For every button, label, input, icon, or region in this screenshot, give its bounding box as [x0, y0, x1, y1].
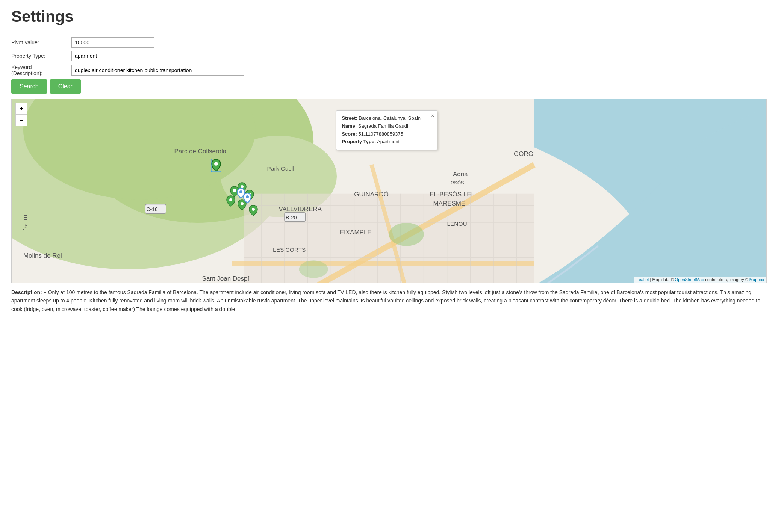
svg-point-34	[299, 260, 328, 278]
popup-street-label: Street:	[342, 115, 357, 121]
blue-marker-2[interactable]	[243, 192, 252, 204]
svg-text:Sant Joan Despí: Sant Joan Despí	[202, 275, 250, 282]
svg-point-80	[229, 198, 232, 201]
divider	[11, 30, 767, 30]
osm-link[interactable]: OpenStreetMap	[675, 277, 704, 282]
svg-text:MARESME: MARESME	[433, 200, 465, 207]
clear-button[interactable]: Clear	[50, 79, 81, 94]
popup-close-button[interactable]: ×	[431, 113, 434, 119]
popup-street-row: Street: Barcelona, Catalunya, Spain	[342, 115, 432, 122]
popup-name-row: Name: Sagrada Familia Gaudi	[342, 122, 432, 130]
page-title: Settings	[11, 8, 767, 26]
svg-text:LENOU: LENOU	[447, 221, 467, 227]
map-controls: + −	[15, 103, 27, 126]
popup-street-value: Barcelona, Catalunya, Spain	[359, 115, 421, 121]
pivot-input[interactable]	[71, 37, 154, 48]
description-area: Description: + Only at 100 metres to the…	[11, 283, 767, 319]
popup-name-value: Sagrada Familia Gaudi	[358, 123, 408, 129]
marker-6[interactable]	[248, 204, 258, 216]
keyword-row: Keyword (Description):	[11, 64, 767, 76]
popup-score-row: Score: 51.11077880859375	[342, 130, 432, 138]
svg-point-33	[389, 223, 424, 246]
description-text: + Only at 100 metres to the famous Sagra…	[11, 289, 760, 312]
marker-3[interactable]	[226, 195, 236, 207]
zoom-in-button[interactable]: +	[16, 103, 27, 115]
svg-text:Park Guell: Park Guell	[267, 165, 294, 172]
popup-property-type-label: Property Type:	[342, 139, 376, 144]
property-type-input[interactable]	[71, 51, 154, 61]
zoom-out-button[interactable]: −	[16, 115, 27, 126]
svg-point-84	[239, 190, 242, 193]
svg-text:SANTS: SANTS	[366, 281, 385, 283]
pivot-row: Pivot Value:	[11, 37, 767, 48]
svg-text:B-20: B-20	[286, 215, 297, 221]
mapbox-link[interactable]: Mapbox	[749, 277, 764, 282]
svg-point-85	[246, 195, 249, 198]
svg-text:LA FLORIDA: LA FLORIDA	[273, 281, 307, 283]
svg-text:esòs: esòs	[451, 179, 464, 186]
popup-property-type-value: Apartment	[377, 139, 400, 144]
svg-point-83	[252, 208, 255, 211]
button-row: Search Clear	[11, 79, 767, 94]
map-container[interactable]: Parc de Collserola Park Guell VALLVIDRER…	[11, 99, 767, 283]
search-button[interactable]: Search	[11, 79, 47, 94]
popup-name-label: Name:	[342, 123, 357, 129]
popup-property-type-row: Property Type: Apartment	[342, 138, 432, 146]
keyword-label: Keyword (Description):	[11, 64, 71, 76]
property-type-row: Property Type:	[11, 51, 767, 61]
description-label: Description:	[11, 289, 42, 295]
svg-point-76	[214, 162, 218, 166]
selected-marker[interactable]	[211, 159, 221, 172]
leaflet-link[interactable]: Leaflet	[637, 277, 649, 282]
svg-text:Adrià: Adrià	[453, 171, 468, 178]
keyword-input[interactable]	[71, 65, 244, 76]
svg-text:GORG: GORG	[514, 150, 533, 157]
svg-text:EL-BESÒS I EL: EL-BESÒS I EL	[430, 191, 475, 198]
svg-text:EIXAMPLE: EIXAMPLE	[340, 229, 372, 236]
form-area: Pivot Value: Property Type: Keyword (Des…	[11, 37, 767, 94]
svg-text:LES CORTS: LES CORTS	[273, 246, 306, 253]
popup-score-value: 51.11077880859375	[359, 131, 403, 137]
svg-text:Molins de Rei: Molins de Rei	[23, 252, 62, 259]
svg-text:E: E	[23, 214, 27, 221]
page-container: Settings Pivot Value: Property Type: Key…	[0, 0, 778, 326]
property-type-label: Property Type:	[11, 53, 71, 59]
svg-point-78	[233, 189, 236, 192]
svg-text:GUINARDÓ: GUINARDÓ	[354, 191, 389, 198]
svg-text:Parc de Collserola: Parc de Collserola	[174, 148, 226, 155]
svg-text:VALLVIDRERA: VALLVIDRERA	[279, 206, 322, 213]
svg-text:jà: jà	[23, 223, 28, 230]
svg-text:C-16: C-16	[146, 206, 157, 212]
popup-score-label: Score:	[342, 131, 357, 137]
map-attribution: Leaflet | Map data © OpenStreetMap contr…	[634, 277, 766, 283]
pivot-label: Pivot Value:	[11, 39, 71, 45]
map-popup: × Street: Barcelona, Catalunya, Spain Na…	[336, 110, 437, 150]
